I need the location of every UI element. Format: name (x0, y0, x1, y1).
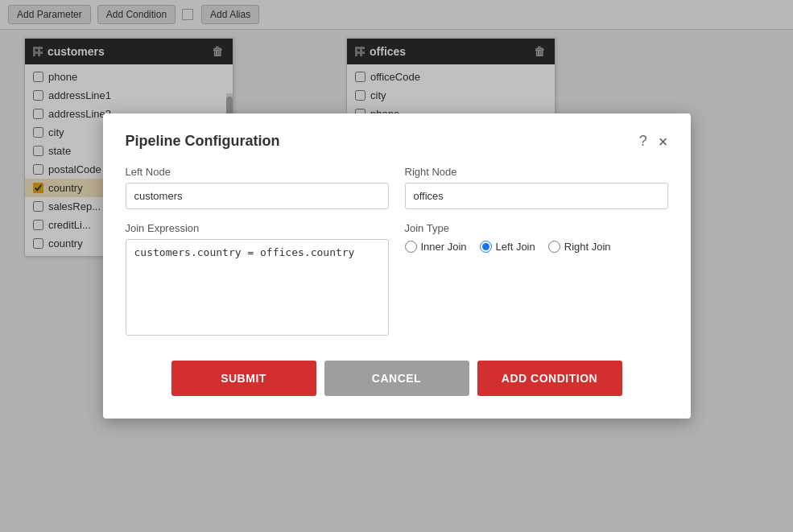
expression-row: Join Expression Join Type Inner Join Lef… (126, 222, 668, 338)
inner-join-radio[interactable] (405, 241, 417, 253)
modal-footer: SUBMIT CANCEL ADD CONDITION (126, 361, 668, 396)
right-node-input[interactable] (405, 183, 668, 209)
right-join-option[interactable]: Right Join (548, 241, 611, 253)
modal-header-icons: ? × (639, 133, 668, 150)
left-join-label: Left Join (496, 241, 535, 253)
add-condition-button-modal[interactable]: ADD CONDITION (477, 361, 622, 396)
modal-header: Pipeline Configuration ? × (126, 133, 668, 150)
submit-button[interactable]: SUBMIT (171, 361, 316, 396)
join-type-options: Inner Join Left Join Right Join (405, 241, 668, 253)
left-join-option[interactable]: Left Join (480, 241, 535, 253)
help-icon[interactable]: ? (639, 133, 647, 150)
join-type-label: Join Type (405, 222, 668, 234)
modal-overlay: Pipeline Configuration ? × Left Node Rig… (0, 0, 793, 532)
left-join-radio[interactable] (480, 241, 492, 253)
pipeline-config-modal: Pipeline Configuration ? × Left Node Rig… (103, 113, 691, 419)
close-icon[interactable]: × (659, 134, 668, 150)
right-join-label: Right Join (564, 241, 611, 253)
join-expression-label: Join Expression (126, 222, 389, 234)
node-row: Left Node Right Node (126, 166, 668, 209)
join-type-group: Join Type Inner Join Left Join Right Joi… (405, 222, 668, 338)
modal-title: Pipeline Configuration (126, 133, 280, 150)
join-expression-group: Join Expression (126, 222, 389, 338)
right-node-label: Right Node (405, 166, 668, 178)
right-join-radio[interactable] (548, 241, 560, 253)
join-expression-textarea[interactable] (126, 239, 389, 336)
left-node-label: Left Node (126, 166, 389, 178)
cancel-button[interactable]: CANCEL (324, 361, 469, 396)
left-node-group: Left Node (126, 166, 389, 209)
inner-join-label: Inner Join (421, 241, 467, 253)
inner-join-option[interactable]: Inner Join (405, 241, 467, 253)
left-node-input[interactable] (126, 183, 389, 209)
right-node-group: Right Node (405, 166, 668, 209)
